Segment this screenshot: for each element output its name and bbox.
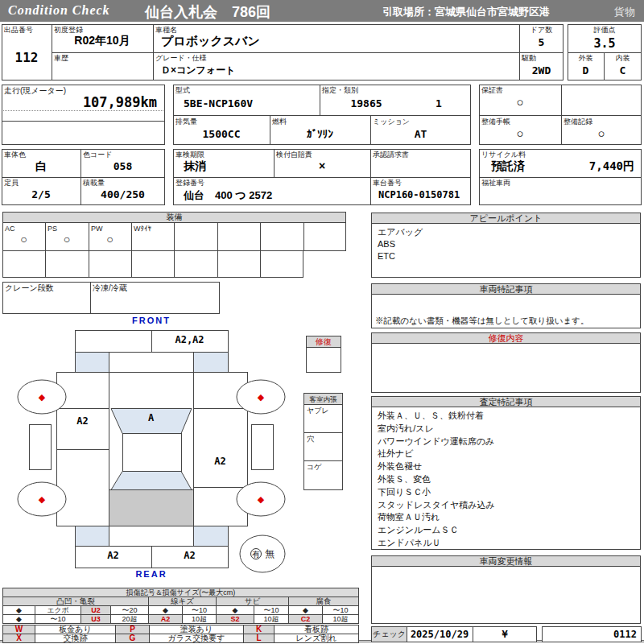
right-door-damage-mark: A2 [193,456,247,467]
assessment-item: パワーウインドウ運転席のみ [378,436,495,448]
class-label: 指定・類別 [322,86,358,94]
legend-group-scratch: 線キズ [149,597,217,606]
pickup-location: 引取場所：宮城県仙台市宮城野区港 [382,5,550,19]
body-color-label: 車体色 [4,151,26,159]
legend-cell: 〜10 [183,606,217,615]
code-w: W [3,625,35,634]
rear-bumper-left-damage-mark: A2 [75,550,151,561]
check-date: 2025/10/29 [407,629,473,640]
appeal-points-header: アピールポイント [371,213,641,224]
legend-cell: 〜10 [323,606,359,615]
wheel-fl-diamond-icon: ◆ [30,392,54,402]
displacement: 1500CC [173,128,270,140]
legend-group-corrosion: 腐食 [289,597,359,606]
equip-ps-label: PS [47,225,57,233]
equip-ac-mark: ○ [2,233,45,246]
appeal-item: ABS [378,238,395,250]
code-l-desc: レンズ割れ [275,634,359,643]
recycle-fee-label: リサイクル料 [481,151,526,159]
capacity-label: 定員 [4,179,19,187]
maintenance-record-mark: ○ [561,126,642,140]
legend-cell: 〜20 [111,606,149,615]
change-info-header: 車両変更情報 [371,555,641,567]
body-color: 白 [2,159,80,174]
color-code-label: 色コード [83,151,112,159]
doors-label: ドア数 [519,26,564,34]
capacity: 2/5 [2,188,80,200]
change-info-body [371,566,641,624]
equip-ac-label: AC [5,225,15,233]
equip-wtire-label: Wﾀｲﾔ [134,225,151,233]
assessment-item: エンジンルームＳＣ [378,524,495,537]
rear-bumper-right-damage-mark: A2 [151,550,228,561]
exterior-grade: D [568,64,604,76]
recycle-fee: 7,440円 [531,159,634,174]
windshield-damage-mark: A [109,412,193,423]
legend-code-c2: C2 [289,615,323,624]
maintenance-book-label: 整備手帳 [481,118,510,126]
legend-cell: 10超 [323,615,359,624]
assessment-item: 外装Ｓ、変色 [378,473,495,486]
code-g: G [116,634,150,643]
equipment-row2 [2,250,303,278]
warranty-label: 保証書 [481,86,503,94]
cabin-burn-label: コゲ [307,463,321,471]
legend-code-a2: A2 [149,615,183,624]
maintenance-record-label: 整備記録 [564,118,592,126]
wheel-fr-diamond-icon: ◆ [249,392,273,402]
crane-label: クレーン段数 [5,283,54,292]
odometer-value: 107,989km [8,94,157,110]
appeal-item: エアバッグ [378,226,423,238]
legend-cell: 20超 [111,615,149,624]
interior-grade-label: 内装 [604,54,642,62]
legend-diamond-icon: ◆ [3,606,35,615]
legend-title: 損傷記号＆損傷サイズ(〜最大cm) [3,588,359,597]
wheel-rl-diamond-icon: ◆ [30,494,54,504]
lot-number: 112 [2,50,52,65]
grade: Ｄ×コンフォート [161,64,235,77]
repair-mini-header: 修復 [306,336,341,348]
first-registration: R02年10月 [52,34,153,48]
chassis-number-label: 車台番号 [373,179,402,187]
category-badge: 貨物 [614,5,635,19]
damage-legend-table: 損傷記号＆損傷サイズ(〜最大cm) 凸凹・亀裂 線キズ サビ 腐食 ◆ エクボ … [2,588,359,624]
code-p: P [116,625,150,634]
transmission-label: ミッション [373,118,410,126]
legend-cell: エクボ [35,606,81,615]
cabin-box-header: 客室内張 [303,393,343,405]
legend-group-rust: サビ [217,597,289,606]
welfare-vehicle-label: 福祉車両 [481,179,510,187]
spare-tire-no: 無 [265,548,275,559]
assessment-notes-header: 査定特記事項 [371,396,641,407]
legend-code-s2: S2 [217,615,254,624]
model-code-label: 型式 [175,86,190,94]
score-label: 評価点 [568,26,642,34]
code-w-desc: 板金あり [35,625,116,634]
code-p-desc: 塗装あり [150,625,244,634]
score-value: 3.5 [568,36,642,51]
color-code: 058 [80,160,165,172]
front-bumper-damage-mark: A2,A2 [151,334,228,345]
drive-type: 2WD [519,64,564,76]
appeal-item: ETC [378,250,395,262]
legend-diamond-icon: ◆ [289,606,323,615]
legend-cell: 〜10 [254,606,289,615]
repair-mini-body [306,347,341,373]
code-x-desc: 交換跡 [35,634,116,643]
vehicle-notes-header: 車両特記事項 [371,283,641,295]
legend-diamond-icon: ◆ [217,606,254,615]
legend-code-u3: U3 [81,615,111,624]
legend-cell: 10超 [254,615,289,624]
auction-sheet: Condition Check 仙台入札会 786回 引取場所：宮城県仙台市宮城… [0,0,644,644]
interior-grade: C [604,64,642,76]
chassis-number: NCP160-0150781 [378,189,460,200]
left-door-damage-mark: A2 [56,415,109,427]
drive-label: 駆動 [522,54,536,62]
inspection-label: 車検期限 [175,151,204,159]
assessment-item: スタッドレスタイヤ積み込み [378,499,495,512]
registration-number: 仙台 400 つ 2572 [184,188,272,203]
model-name-label: 車種名 [155,26,177,34]
header-bar: Condition Check 仙台入札会 786回 引取場所：宮城県仙台市宮城… [0,0,644,22]
first-registration-label: 初度登録 [54,26,83,34]
lot-number-label: 出品番号 [4,26,33,34]
